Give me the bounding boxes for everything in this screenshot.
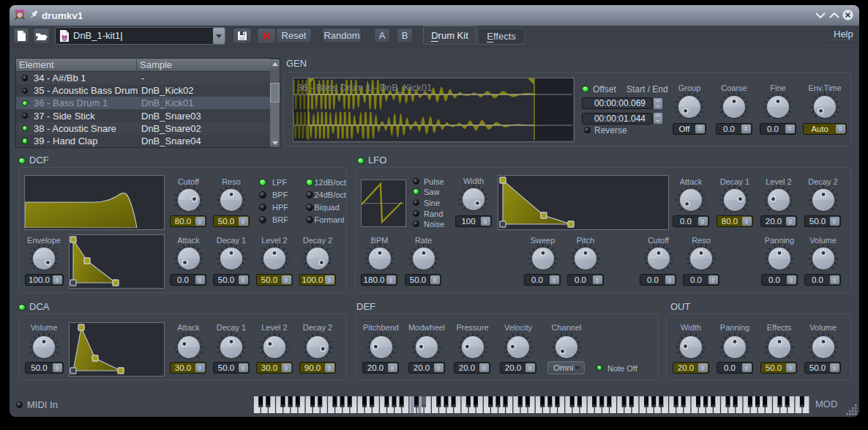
svg-text:36 - Bass Drum 1 - DnB_Kick01: 36 - Bass Drum 1 - DnB_Kick01 (297, 82, 432, 93)
